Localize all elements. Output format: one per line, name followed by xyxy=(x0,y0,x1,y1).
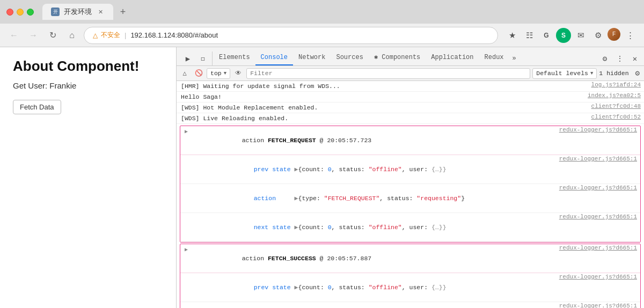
fetch-request-prev-link[interactable]: redux-logger.js?d665:1 xyxy=(559,156,640,162)
security-icon: △ xyxy=(93,32,98,39)
reload-button[interactable]: ↻ xyxy=(45,28,60,43)
console-line-hello: Hello Saga! index.js?ea02:5 xyxy=(177,92,644,102)
wds2-link[interactable]: client?fc0d:52 xyxy=(591,114,644,120)
console-line-hmr: [HMR] Waiting for update signal from WDS… xyxy=(177,81,644,92)
translate-icon[interactable]: G xyxy=(539,28,554,43)
page-title: About Component! xyxy=(13,58,163,75)
settings-icon[interactable]: ⚙ xyxy=(598,52,612,65)
bookmark-icon[interactable]: ★ xyxy=(504,28,519,43)
fetch-success-arrow[interactable]: ▶ xyxy=(185,246,188,253)
menu-icon[interactable]: ⋮ xyxy=(623,28,638,43)
close-devtools-icon[interactable]: ✕ xyxy=(628,52,642,65)
fetch-request-next: next state ▶︎{count: 0, status: "offline… xyxy=(180,213,640,242)
fetch-success-prev-link[interactable]: redux-logger.js?d665:1 xyxy=(559,274,640,280)
fetch-request-action-link[interactable]: redux-logger.js?d665:1 xyxy=(559,185,640,191)
s-icon[interactable]: S xyxy=(556,28,571,43)
tab-close-button[interactable]: ✕ xyxy=(96,8,105,16)
traffic-lights xyxy=(6,9,34,16)
tab-elements[interactable]: Elements xyxy=(214,50,255,65)
tab-favicon: 开 xyxy=(51,8,60,16)
address-text: 192.168.1.124:8080/#/about xyxy=(130,31,218,39)
hello-text: Hello Saga! xyxy=(181,92,588,101)
main-area: About Component! Get User: Frankie Fetch… xyxy=(0,47,644,308)
log-levels-select[interactable]: Default levels ▼ xyxy=(532,68,597,79)
fetch-request-action: action ▶︎{type: "FETCH_REQUEST", status:… xyxy=(180,184,640,213)
toolbar-icons: ★ ☷ G S ✉ ⚙ F ⋮ xyxy=(504,28,638,43)
fetch-request-text: action FETCH_REQUEST @ 20:05:57.723 xyxy=(190,127,559,154)
hello-link[interactable]: index.js?ea02:5 xyxy=(588,92,644,99)
fetch-request-link[interactable]: redux-logger.js?d665:1 xyxy=(559,127,640,133)
fetch-success-header: ▶ action FETCH_SUCCESS @ 20:05:57.887 re… xyxy=(180,244,640,273)
fetch-request-prev: prev state ▶︎{count: 0, status: "offline… xyxy=(180,155,640,184)
tab-console[interactable]: Console xyxy=(255,50,293,65)
console-eye-icon[interactable]: 👁 xyxy=(232,68,244,79)
home-button[interactable]: ⌂ xyxy=(64,28,79,43)
page-content: About Component! Get User: Frankie Fetch… xyxy=(0,47,176,308)
fetch-success-action-link[interactable]: redux-logger.js?d665:1 xyxy=(559,303,640,308)
hidden-count: 1 hidden xyxy=(599,70,631,77)
forward-button[interactable]: → xyxy=(26,28,41,43)
address-bar: ← → ↻ ⌂ △ 不安全 | 192.168.1.124:8080/#/abo… xyxy=(0,24,644,47)
fetch-success-action: ▶︎{type: "FETCH_SUCCESS", name: "Frankie… xyxy=(180,302,640,308)
console-line-wds2: [WDS] Live Reloading enabled. client?fc0… xyxy=(177,113,644,124)
browser-tab-active[interactable]: 开 开发环境 ✕ xyxy=(42,4,113,20)
grid-icon[interactable]: ☷ xyxy=(522,28,537,43)
close-button[interactable] xyxy=(6,9,13,16)
address-input[interactable]: △ 不安全 | 192.168.1.124:8080/#/about xyxy=(84,27,498,44)
fetch-request-next-text: next state ▶︎{count: 0, status: "offline… xyxy=(202,214,559,241)
device-toolbar-icon[interactable]: ◻ xyxy=(196,52,210,65)
fetch-request-block: ▶ action FETCH_REQUEST @ 20:05:57.723 re… xyxy=(180,126,641,243)
clear-console-icon[interactable]: △ xyxy=(179,68,191,79)
tab-bar: 开 开发环境 ✕ + xyxy=(42,4,638,20)
extensions-icon[interactable]: ⚙ xyxy=(590,28,605,43)
fetch-success-prev-text: prev state ▶︎{count: 0, status: "offline… xyxy=(202,274,559,301)
fetch-request-header: ▶ action FETCH_REQUEST @ 20:05:57.723 re… xyxy=(180,126,640,155)
tab-components[interactable]: ✱ Components xyxy=(369,50,426,65)
security-label: 不安全 xyxy=(101,31,120,40)
wds1-text: [WDS] Hot Module Replacement enabled. xyxy=(181,103,591,112)
page-subtitle: Get User: Frankie xyxy=(13,81,163,90)
filter-input[interactable] xyxy=(246,68,530,79)
context-select[interactable]: top ▼ xyxy=(207,68,230,79)
fetch-request-arrow[interactable]: ▶ xyxy=(185,128,188,135)
hmr-link[interactable]: log.js?1afd:24 xyxy=(591,82,644,88)
minimize-button[interactable] xyxy=(17,9,24,16)
fetch-success-link[interactable]: redux-logger.js?d665:1 xyxy=(559,245,640,251)
tab-sources[interactable]: Sources xyxy=(331,50,368,65)
more-tabs-button[interactable]: » xyxy=(509,52,519,65)
inspect-element-icon[interactable]: ▶ xyxy=(181,52,195,65)
tab-network[interactable]: Network xyxy=(293,50,331,65)
tab-application[interactable]: Application xyxy=(426,50,479,65)
devtools-tabs: ▶ ◻ Elements Console Network Sources ✱ C… xyxy=(177,47,644,66)
fetch-success-action-text: ▶︎{type: "FETCH_SUCCESS", name: "Frankie… xyxy=(202,303,559,308)
new-tab-button[interactable]: + xyxy=(115,4,130,19)
title-bar: 开 开发环境 ✕ + xyxy=(0,0,644,24)
avatar-icon[interactable]: F xyxy=(608,28,620,41)
context-label: top xyxy=(210,70,222,77)
fetch-success-block: ▶ action FETCH_SUCCESS @ 20:05:57.887 re… xyxy=(180,244,641,308)
back-button[interactable]: ← xyxy=(6,28,21,43)
tab-title: 开发环境 xyxy=(64,7,92,17)
console-settings-icon[interactable]: ⚙ xyxy=(633,69,642,78)
devtools-settings-buttons: ⚙ ⋮ ✕ xyxy=(598,52,644,65)
browser-window: 开 开发环境 ✕ + ← → ↻ ⌂ △ 不安全 | 192.168.1.124… xyxy=(0,0,644,308)
console-output: [HMR] Waiting for update signal from WDS… xyxy=(177,81,644,308)
preserve-log-icon[interactable]: 🚫 xyxy=(193,68,204,79)
fetch-request-next-link[interactable]: redux-logger.js?d665:1 xyxy=(559,214,640,220)
wds1-link[interactable]: client?fc0d:48 xyxy=(591,103,644,109)
hmr-text: [HMR] Waiting for update signal from WDS… xyxy=(181,82,591,91)
fetch-request-prev-text: prev state ▶︎{count: 0, status: "offline… xyxy=(202,156,559,183)
devtools-panel: ▶ ◻ Elements Console Network Sources ✱ C… xyxy=(176,47,644,308)
maximize-button[interactable] xyxy=(27,9,34,16)
fetch-request-action-text: action ▶︎{type: "FETCH_REQUEST", status:… xyxy=(202,185,559,212)
fetch-success-prev: prev state ▶︎{count: 0, status: "offline… xyxy=(180,273,640,302)
wds2-text: [WDS] Live Reloading enabled. xyxy=(181,114,591,123)
levels-label: Default levels xyxy=(536,70,588,77)
more-options-icon[interactable]: ⋮ xyxy=(613,52,627,65)
fetch-success-text: action FETCH_SUCCESS @ 20:05:57.887 xyxy=(190,245,559,272)
tab-redux[interactable]: Redux xyxy=(479,50,509,65)
levels-arrow: ▼ xyxy=(590,71,593,76)
fetch-data-button[interactable]: Fetch Data xyxy=(13,100,61,114)
mail-icon[interactable]: ✉ xyxy=(573,28,588,43)
console-toolbar: △ 🚫 top ▼ 👁 Default levels ▼ 1 hidden ⚙ xyxy=(177,66,644,81)
